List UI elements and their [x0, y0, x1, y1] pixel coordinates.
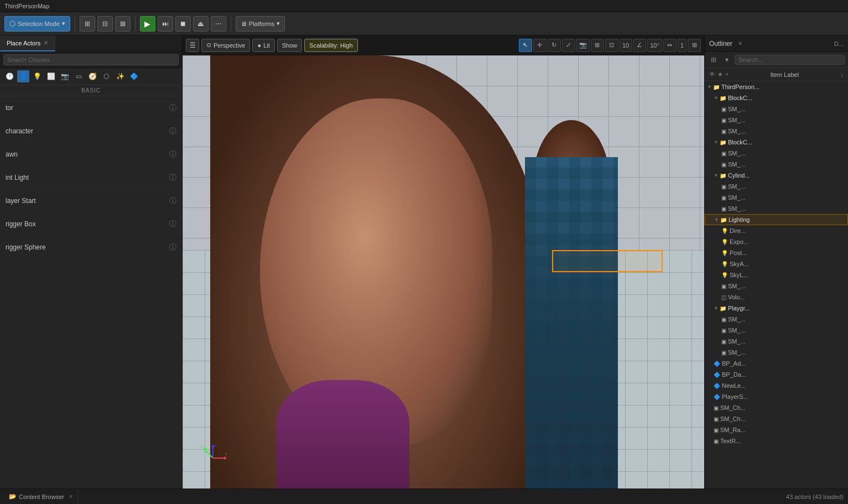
tree-item-sm9[interactable]: ▣ SM_...	[705, 280, 848, 292]
class-icon-volume[interactable]: ⬜	[45, 70, 57, 82]
content-browser-close[interactable]: ✕	[69, 493, 73, 500]
outliner-filter-button[interactable]: ▾	[721, 54, 732, 65]
content-browser-tab[interactable]: 📂 Content Browser ✕	[4, 489, 78, 504]
tree-item-thirdperson[interactable]: ▼ 📁 ThirdPerson...	[705, 81, 848, 92]
tree-item-sm1[interactable]: ▣ SM_...	[705, 103, 848, 115]
platforms-button[interactable]: 🖥 Platforms ▾	[236, 16, 285, 32]
grid-snap-button[interactable]: ⊞	[591, 39, 604, 52]
class-item-playerstart[interactable]: layer Start ⓘ	[0, 189, 182, 212]
search-input[interactable]	[3, 54, 179, 65]
rotate-tool-button[interactable]: ↻	[548, 39, 561, 52]
play-button[interactable]: ▶	[140, 16, 155, 32]
scale-size-button[interactable]: 1	[678, 39, 686, 52]
tree-item-smch2[interactable]: ▣ SM_Ch...	[705, 413, 848, 424]
scale-snap-button[interactable]: ⇔	[663, 39, 677, 52]
class-icon-particle[interactable]: ✨	[114, 70, 126, 82]
tree-item-sm2[interactable]: ▣ SM_...	[705, 115, 848, 126]
move-tool-button[interactable]: ✛	[533, 39, 547, 52]
tab-close-icon[interactable]: ✕	[44, 40, 48, 46]
tree-item-dire[interactable]: 💡 Dire...	[705, 225, 848, 236]
more-button[interactable]: ⋯	[211, 16, 226, 32]
tree-item-smch1[interactable]: ▣ SM_Ch...	[705, 402, 848, 413]
select-tool-button[interactable]: ↖	[519, 39, 532, 52]
tree-item-skya[interactable]: 💡 SkyA...	[705, 258, 848, 269]
tree-item-sm8[interactable]: ▣ SM_...	[705, 203, 848, 214]
tree-item-sm12[interactable]: ▣ SM_...	[705, 336, 848, 347]
tree-item-sm4[interactable]: ▣ SM_...	[705, 148, 848, 159]
tree-label: SM_...	[728, 205, 746, 212]
class-item-pawn[interactable]: awn ⓘ	[0, 143, 182, 166]
transform-btn-2[interactable]: ⊟	[97, 16, 113, 32]
details-tab[interactable]: D...	[834, 40, 844, 47]
tree-item-sm7[interactable]: ▣ SM_...	[705, 192, 848, 203]
grid-size-button[interactable]: 10	[620, 39, 632, 52]
rotation-snap-button[interactable]: ∠	[633, 39, 646, 52]
class-item-pointlight[interactable]: int Light ⓘ	[0, 166, 182, 189]
status-bar: 43 actors (43 loaded)	[786, 493, 844, 500]
class-info-character: ⓘ	[169, 126, 176, 136]
tree-item-volu[interactable]: ◫ Volu...	[705, 292, 848, 303]
tree-item-sm3[interactable]: ▣ SM_...	[705, 126, 848, 137]
lit-button[interactable]: ● Lit	[252, 39, 274, 52]
char-bg-body	[525, 157, 618, 489]
tree-item-sm11[interactable]: ▣ SM_...	[705, 325, 848, 336]
viewport-options-button[interactable]: ⊞	[688, 39, 701, 52]
tree-item-newle[interactable]: 🔷 NewLe...	[705, 380, 848, 391]
tree-item-bpda[interactable]: 🔷 BP_Da...	[705, 369, 848, 380]
tree-item-playgr[interactable]: ▼ 📁 Playgr...	[705, 303, 848, 314]
sort-icon[interactable]: ↕	[841, 71, 844, 78]
class-icon-blueprint[interactable]: 🔷	[128, 70, 140, 82]
show-button[interactable]: Show	[277, 39, 303, 52]
class-item-character[interactable]: character ⓘ	[0, 119, 182, 143]
skip-next-button[interactable]: ⏭	[158, 16, 173, 32]
rotation-size-button[interactable]: 10°	[647, 39, 662, 52]
camera-speed-button[interactable]: 📷	[576, 39, 590, 52]
tree-item-sm5[interactable]: ▣ SM_...	[705, 159, 848, 170]
scalability-button[interactable]: Scalability: High	[304, 39, 357, 52]
tree-label: SkyA...	[730, 261, 749, 267]
transform-btn-1[interactable]: ⊞	[80, 16, 95, 32]
tree-item-sm6[interactable]: ▣ SM_...	[705, 181, 848, 192]
outliner-expand-button[interactable]: ⊞	[708, 54, 719, 65]
class-item-triggersphere[interactable]: rigger Sphere ⓘ	[0, 236, 182, 259]
perspective-button[interactable]: ⊙ Perspective	[201, 39, 250, 52]
tree-item-expo[interactable]: 💡 Expo...	[705, 236, 848, 247]
viewport[interactable]: ☰ ⊙ Perspective ● Lit Show Scalability: …	[183, 35, 704, 489]
tree-label: SM_...	[728, 283, 746, 289]
transform-btn-3[interactable]: ⊠	[115, 16, 131, 32]
class-icon-shape[interactable]: ▭	[72, 70, 85, 82]
tree-item-blockc1[interactable]: ▼ 📁 BlockC...	[705, 92, 848, 103]
class-icon-recent[interactable]: 🕐	[3, 70, 15, 82]
outliner-close-button[interactable]: ✕	[738, 40, 742, 46]
tree-item-bpad[interactable]: 🔷 BP_Ad...	[705, 358, 848, 369]
viewport-menu-button[interactable]: ☰	[186, 39, 199, 52]
tree-item-blockc2[interactable]: ▼ 📁 BlockC...	[705, 137, 848, 148]
stop-button[interactable]: ⏹	[175, 16, 191, 32]
surface-snap-button[interactable]: ⊡	[605, 39, 618, 52]
class-icon-nav[interactable]: 🧭	[86, 70, 98, 82]
tree-item-textr[interactable]: ▣ TextR...	[705, 435, 848, 446]
tree-item-lighting[interactable]: ▼ 📁 Lighting	[705, 214, 848, 225]
place-actors-tab[interactable]: Place Actors ✕	[0, 35, 55, 51]
class-icon-actor[interactable]: 👤	[17, 70, 29, 82]
eye-icon[interactable]: 👁	[709, 71, 715, 78]
class-icon-trigger[interactable]: ⬡	[100, 70, 112, 82]
outliner-search-input[interactable]	[735, 55, 845, 65]
class-item-actor[interactable]: tor ⓘ	[0, 96, 182, 119]
tree-item-skyl[interactable]: 💡 SkyL...	[705, 269, 848, 280]
class-item-triggerbox[interactable]: rigger Box ⓘ	[0, 212, 182, 236]
tree-item-smra[interactable]: ▣ SM_Ra...	[705, 424, 848, 435]
tree-item-players[interactable]: 🔷 PlayerS...	[705, 391, 848, 402]
outliner-title: Outliner	[709, 40, 732, 48]
class-icon-camera[interactable]: 📷	[59, 70, 71, 82]
lock-icon[interactable]: ★	[717, 71, 723, 78]
tree-item-sm10[interactable]: ▣ SM_...	[705, 314, 848, 325]
tree-item-sm13[interactable]: ▣ SM_...	[705, 347, 848, 358]
eject-button[interactable]: ⏏	[193, 16, 209, 32]
scale-tool-button[interactable]: ⤢	[562, 39, 575, 52]
tree-item-cylind[interactable]: ▼ 📁 Cylind...	[705, 170, 848, 181]
add-icon[interactable]: +	[725, 71, 729, 78]
tree-item-post[interactable]: 💡 Post...	[705, 247, 848, 258]
selection-mode-button[interactable]: ⬡ Selection Mode ▾	[4, 16, 70, 32]
class-icon-light[interactable]: 💡	[31, 70, 43, 82]
